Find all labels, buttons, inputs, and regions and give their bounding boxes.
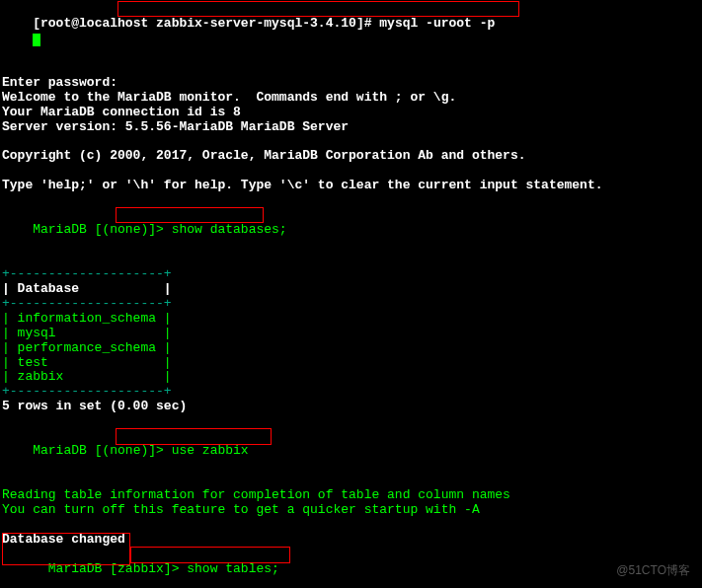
mariadb-prompt-none: MariaDB [(none)]>	[33, 443, 171, 458]
connection-id: Your MariaDB connection id is 8	[2, 106, 700, 120]
enter-password: Enter password:	[2, 76, 700, 91]
mariadb-prompt-none: MariaDB [(none)]>	[33, 222, 171, 237]
terminal-output: [root@localhost zabbix-server-mysql-3.4.…	[0, 0, 702, 588]
table-row: | zabbix |	[2, 370, 700, 385]
turnoff-hint: You can turn off this feature to get a q…	[2, 503, 700, 518]
prompt-hash: ]#	[356, 16, 379, 31]
help-hint: Type 'help;' or '\h' for help. Type '\c'…	[2, 179, 700, 193]
highlight-box	[117, 1, 519, 17]
table-row: | information_schema |	[2, 312, 700, 327]
use-zabbix-cmd: use zabbix	[172, 443, 249, 458]
table-row: | performance_schema |	[2, 341, 700, 356]
cursor-icon	[33, 34, 40, 46]
table-row: | mysql |	[2, 327, 700, 341]
table-border: +--------------------+	[2, 267, 700, 282]
table-border: +--------------------+	[2, 385, 700, 400]
highlight-box	[116, 428, 272, 445]
reading-info: Reading table information for completion…	[2, 488, 700, 503]
server-version: Server version: 5.5.56-MariaDB MariaDB S…	[2, 120, 700, 135]
shell-prompt-line[interactable]: [root@localhost zabbix-server-mysql-3.4.…	[2, 2, 700, 76]
highlight-box	[116, 207, 264, 223]
db-header: | Database |	[2, 282, 700, 297]
copyright: Copyright (c) 2000, 2017, Oracle, MariaD…	[2, 149, 700, 164]
mysql-login-cmd: mysql -uroot -p	[379, 16, 495, 31]
db-changed-block: Database changed MariaDB [zabbix]> show …	[2, 533, 700, 588]
show-databases-cmd: show databases;	[172, 222, 287, 237]
mariadb-prompt-line[interactable]: MariaDB [(none)]> show databases;	[2, 208, 700, 267]
table-border: +--------------------+	[2, 297, 700, 312]
highlight-box	[130, 547, 290, 563]
prompt-user-host: [root@localhost	[33, 16, 156, 31]
rows-in-set: 5 rows in set (0.00 sec)	[2, 400, 700, 414]
show-tables-cmd: show tables;	[187, 561, 279, 576]
highlight-box	[2, 533, 130, 565]
watermark-text: @51CTO博客	[616, 564, 690, 578]
table-row: | test |	[2, 356, 700, 371]
mariadb-prompt-line[interactable]: MariaDB [(none)]> use zabbix	[2, 429, 700, 488]
welcome-text: Welcome to the MariaDB monitor. Commands…	[2, 91, 700, 106]
prompt-dir: zabbix-server-mysql-3.4.10	[156, 16, 356, 31]
